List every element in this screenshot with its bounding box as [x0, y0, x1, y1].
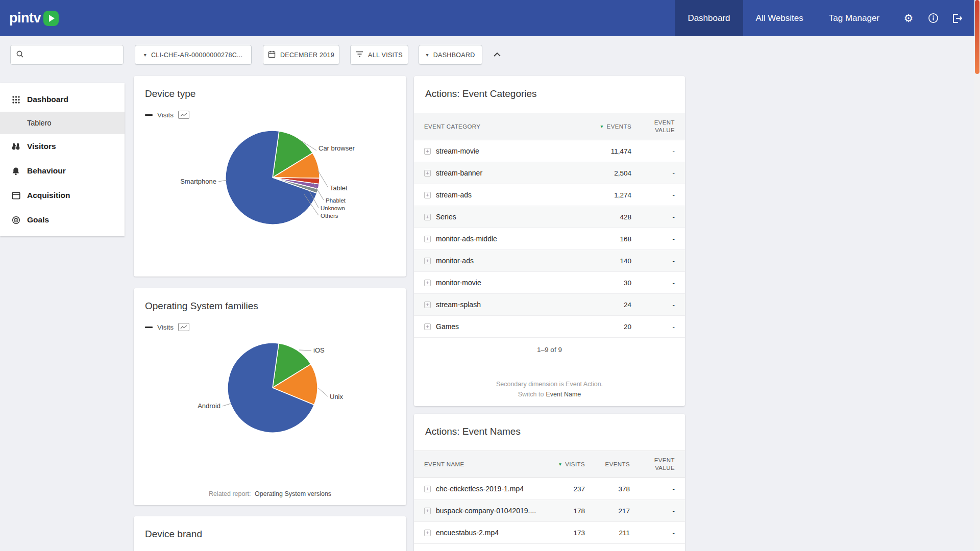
search-input[interactable] — [28, 51, 120, 59]
expand-plus-icon[interactable]: + — [424, 192, 431, 198]
search-icon — [16, 50, 24, 60]
date-range-button[interactable]: DECEMBER 2019 — [263, 45, 339, 65]
sidebar-item-tablero[interactable]: Tablero — [0, 112, 125, 134]
nav-icons: ⚙ — [892, 7, 980, 30]
nav-item-all-websites[interactable]: All Websites — [743, 0, 816, 36]
pie-label-ios: iOS — [313, 346, 325, 354]
column-label: EVENT NAME — [424, 461, 464, 467]
sidebar-item-behaviour[interactable]: Behaviour — [0, 159, 125, 183]
table-row[interactable]: +stream-banner 2,504 - — [414, 162, 685, 184]
os-families-pie-chart[interactable]: Android iOS Unix — [134, 331, 406, 454]
column-label: EVENT VALUE — [648, 119, 675, 134]
event-value: - — [631, 323, 675, 331]
table-row[interactable]: +che-eticketless-2019-1.mp4 237 378 - — [414, 478, 685, 500]
collapse-toolbar-button[interactable] — [488, 45, 506, 65]
expand-plus-icon[interactable]: + — [424, 530, 431, 536]
caret-down-icon: ▾ — [144, 52, 146, 58]
expand-plus-icon[interactable]: + — [424, 170, 431, 177]
event-value: - — [631, 191, 675, 199]
nav-item-dashboard[interactable]: Dashboard — [675, 0, 743, 36]
expand-plus-icon[interactable]: + — [424, 236, 431, 242]
event-category-name: stream-splash — [436, 300, 481, 309]
site-selector-button[interactable]: ▾ CLI-CHE-AR-00000000278C... — [135, 45, 252, 65]
table-row[interactable]: +monitor-ads-middle 168 - — [414, 228, 685, 250]
sidebar-item-visitors[interactable]: Visitors — [0, 134, 125, 159]
table-row[interactable]: +Games 20 - — [414, 316, 685, 338]
search-box[interactable] — [10, 45, 124, 65]
table-row[interactable]: +encuestabus-2.mp4 173 211 - — [414, 522, 685, 544]
event-names-widget: Actions: Event Names EVENT NAME ▼ VISITS… — [414, 414, 685, 551]
switch-event-name-link[interactable]: Event Name — [546, 391, 581, 398]
events-count: 11,474 — [555, 147, 631, 155]
table-row[interactable]: +stream-ads 1,274 - — [414, 184, 685, 206]
metric-legend[interactable]: Visits — [145, 111, 406, 119]
dashboard-selector-button[interactable]: ▾ DASHBOARD — [419, 45, 482, 65]
sidebar-item-label: Tablero — [27, 119, 52, 127]
widget-title: Operating System families — [134, 288, 406, 312]
switch-prefix: Switch to — [518, 391, 544, 398]
events-count: 140 — [555, 257, 631, 265]
sort-desc-icon: ▼ — [600, 124, 604, 129]
expand-plus-icon[interactable]: + — [424, 323, 431, 330]
chart-export-icon[interactable] — [178, 323, 189, 331]
event-category-name: stream-banner — [436, 169, 482, 177]
expand-plus-icon[interactable]: + — [424, 214, 431, 220]
column-event-value[interactable]: EVENT VALUE — [631, 119, 675, 134]
expand-plus-icon[interactable]: + — [424, 148, 431, 155]
chart-export-icon[interactable] — [178, 111, 189, 119]
widget-title: Actions: Event Names — [414, 414, 685, 437]
event-name: buspack-company-01042019.... — [436, 507, 536, 515]
device-type-widget: Device type Visits Smartphone Car browse… — [134, 76, 406, 277]
event-names-table: +che-eticketless-2019-1.mp4 237 378 - +b… — [414, 478, 685, 544]
events-count: 168 — [555, 235, 631, 243]
pie-label-tablet: Tablet — [330, 184, 348, 192]
table-row[interactable]: +monitor-movie 30 - — [414, 272, 685, 294]
date-range-label: DECEMBER 2019 — [280, 52, 334, 59]
table-header: EVENT CATEGORY ▼ EVENTS EVENT VALUE — [414, 113, 685, 140]
event-value: - — [630, 507, 675, 515]
expand-plus-icon[interactable]: + — [424, 508, 431, 514]
table-row[interactable]: +stream-movie 11,474 - — [414, 140, 685, 162]
column-label: VISITS — [565, 461, 585, 467]
settings-gear-icon[interactable]: ⚙ — [897, 7, 920, 30]
device-type-pie-chart[interactable]: Smartphone Car browser Tablet Phablet Un… — [134, 119, 406, 249]
pagination-status: 1–9 of 9 — [414, 346, 685, 354]
sidebar-item-goals[interactable]: Goals — [0, 208, 125, 232]
column-events[interactable]: ▼ EVENTS — [555, 123, 631, 130]
column-label: EVENTS — [607, 123, 631, 130]
segment-button[interactable]: ALL VISITS — [350, 45, 408, 65]
column-event-category[interactable]: EVENT CATEGORY — [424, 123, 555, 130]
column-events[interactable]: EVENTS — [585, 461, 630, 467]
signout-icon[interactable] — [946, 7, 969, 30]
scrollbar-thumb[interactable] — [975, 0, 979, 74]
event-categories-table: +stream-movie 11,474 - +stream-banner 2,… — [414, 140, 685, 338]
column-visits[interactable]: ▼ VISITS — [536, 461, 585, 467]
sidebar-item-dashboard[interactable]: Dashboard — [0, 87, 125, 112]
scrollbar[interactable] — [974, 0, 980, 551]
nav-item-tag-manager[interactable]: Tag Manager — [816, 0, 892, 36]
info-icon[interactable] — [922, 7, 944, 30]
events-count: 211 — [585, 529, 630, 537]
secondary-dimension-text: Secondary dimension is Event Action. — [414, 380, 685, 389]
sidebar-item-acquisition[interactable]: Acquisition — [0, 183, 125, 208]
event-value: - — [630, 529, 675, 537]
site-selector-label: CLI-CHE-AR-00000000278C... — [151, 52, 242, 59]
expand-plus-icon[interactable]: + — [424, 302, 431, 308]
table-row[interactable]: +monitor-ads 140 - — [414, 250, 685, 272]
table-row[interactable]: +Series 428 - — [414, 206, 685, 228]
column-label: EVENT CATEGORY — [424, 123, 480, 130]
related-report-link[interactable]: Operating System versions — [255, 490, 331, 497]
metric-legend[interactable]: Visits — [145, 323, 406, 331]
column-event-name[interactable]: EVENT NAME — [424, 461, 536, 467]
logo[interactable]: pintv — [9, 10, 59, 26]
column-label: EVENT VALUE — [648, 457, 675, 472]
sidebar-item-label: Dashboard — [27, 95, 68, 104]
expand-plus-icon[interactable]: + — [424, 486, 431, 492]
table-row[interactable]: +buspack-company-01042019.... 178 217 - — [414, 500, 685, 522]
dashboard-selector-label: DASHBOARD — [433, 52, 475, 59]
expand-plus-icon[interactable]: + — [424, 258, 431, 264]
expand-plus-icon[interactable]: + — [424, 280, 431, 286]
table-row[interactable]: +stream-splash 24 - — [414, 294, 685, 316]
table-header: EVENT NAME ▼ VISITS EVENTS EVENT VALUE — [414, 450, 685, 478]
column-event-value[interactable]: EVENT VALUE — [630, 457, 675, 472]
